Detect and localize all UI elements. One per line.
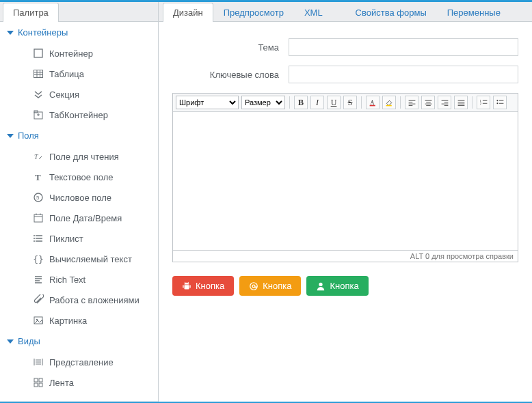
palette-item-label: Контейнер xyxy=(49,48,93,59)
tab-xml[interactable]: XML xyxy=(294,3,333,22)
palette-item-view[interactable]: Представление xyxy=(0,352,158,372)
rte-status-bar: ALT 0 для просмотра справки xyxy=(173,250,518,262)
svg-text:A: A xyxy=(370,99,374,105)
palette-item-label: Таблица xyxy=(49,69,84,79)
design-canvas: Тема Ключевые слова Шрифт Размер B xyxy=(159,22,532,402)
palette-group-containers[interactable]: Контейнеры xyxy=(0,22,158,43)
rte-bold-button[interactable]: B xyxy=(294,96,308,109)
palette-item-label: Текстовое поле xyxy=(49,172,113,182)
rte-italic-button[interactable]: I xyxy=(310,96,324,109)
palette-item-label: Секция xyxy=(49,89,79,100)
braces-icon: {} xyxy=(33,253,44,264)
palette-item-label: Поле для чтения xyxy=(49,152,119,162)
svg-rect-38 xyxy=(34,383,38,387)
sidebar-tab-palette[interactable]: Палитра xyxy=(3,3,59,22)
separator-icon xyxy=(289,96,290,109)
svg-text:T: T xyxy=(34,153,39,161)
svg-rect-39 xyxy=(39,383,42,387)
rte-ordered-list-button[interactable]: 12 xyxy=(477,96,490,109)
palette-item-computed[interactable]: {} Вычисляемый текст xyxy=(0,249,158,269)
svg-rect-71 xyxy=(189,285,190,288)
rte-align-left-button[interactable] xyxy=(405,96,418,109)
caret-down-icon xyxy=(7,134,14,138)
svg-rect-42 xyxy=(386,105,391,106)
action-button-green[interactable]: Кнопка xyxy=(306,276,368,296)
palette-item-label: Картинка xyxy=(49,316,87,326)
palette-scroll[interactable]: Контейнеры Контейнер Таблица Секция ТабК… xyxy=(0,22,158,401)
palette-group-label: Контейнеры xyxy=(18,27,68,38)
feed-icon xyxy=(33,377,44,388)
palette-item-feed[interactable]: Лента xyxy=(0,372,158,393)
palette-item-tabcontainer[interactable]: ТабКонтейнер xyxy=(0,105,158,125)
rte-font-select[interactable]: Шрифт xyxy=(176,96,239,109)
palette-item-richtext[interactable]: Rich Text xyxy=(0,269,158,290)
svg-point-74 xyxy=(319,282,323,286)
separator-icon xyxy=(400,96,401,109)
rte-align-justify-button[interactable] xyxy=(454,96,468,109)
palette-group-fields[interactable]: Поля xyxy=(0,125,158,146)
palette-item-label: Работа с вложениями xyxy=(49,295,139,305)
input-keywords[interactable] xyxy=(289,66,518,83)
input-subject[interactable] xyxy=(289,38,518,56)
button-label: Кнопка xyxy=(330,281,358,291)
rte-content-area[interactable] xyxy=(173,112,518,250)
action-button-orange[interactable]: Кнопка xyxy=(239,276,301,296)
palette-item-label: ТабКонтейнер xyxy=(49,110,108,120)
rte-underline-button[interactable]: U xyxy=(327,96,341,109)
at-icon xyxy=(249,281,258,291)
palette-item-attachments[interactable]: Работа с вложениями xyxy=(0,290,158,310)
rte-align-center-button[interactable] xyxy=(421,96,435,109)
rte-bgcolor-button[interactable] xyxy=(382,96,396,109)
svg-rect-70 xyxy=(183,285,183,288)
button-label: Кнопка xyxy=(263,281,291,291)
android-icon xyxy=(182,281,191,291)
rte-unordered-list-button[interactable] xyxy=(493,96,507,109)
palette-item-table[interactable]: Таблица xyxy=(0,64,158,84)
app-layout: Палитра Контейнеры Контейнер Таблица Сек… xyxy=(0,2,532,402)
rte-size-select[interactable]: Размер xyxy=(241,96,285,109)
svg-line-68 xyxy=(185,281,185,283)
rte-strike-button[interactable]: S xyxy=(343,96,357,109)
image-icon xyxy=(33,315,44,326)
rte-align-right-button[interactable] xyxy=(438,96,451,109)
tab-preview[interactable]: Предпросмотр xyxy=(213,3,294,22)
caret-down-icon xyxy=(7,31,14,35)
svg-line-11 xyxy=(39,156,42,159)
action-button-red[interactable]: Кнопка xyxy=(172,276,234,296)
tab-variables[interactable]: Переменные xyxy=(437,3,511,22)
view-icon xyxy=(33,357,44,367)
svg-text:T: T xyxy=(35,172,41,182)
richtext-icon xyxy=(33,274,44,285)
palette-item-readonly[interactable]: T Поле для чтения xyxy=(0,146,158,167)
palette-item-image[interactable]: Картинка xyxy=(0,310,158,331)
palette-item-numberfield[interactable]: 5 Числовое поле xyxy=(0,187,158,208)
palette-item-section[interactable]: Секция xyxy=(0,84,158,105)
user-icon xyxy=(316,281,325,291)
tab-form-props[interactable]: Свойства формы xyxy=(345,3,437,22)
palette-item-label: Числовое поле xyxy=(49,193,111,203)
separator-icon xyxy=(361,96,362,109)
svg-rect-15 xyxy=(34,214,42,222)
palette-group-views[interactable]: Виды xyxy=(0,331,158,352)
palette-item-label: Пиклист xyxy=(49,234,83,244)
svg-rect-41 xyxy=(369,105,375,106)
chevrons-down-icon xyxy=(33,89,44,100)
row-keywords: Ключевые слова xyxy=(172,66,518,83)
rte-toolbar: Шрифт Размер B I U S A xyxy=(173,94,518,112)
svg-line-69 xyxy=(188,281,189,283)
palette-item-datetime[interactable]: Поле Дата/Время xyxy=(0,208,158,228)
palette-item-picklist[interactable]: Пиклист xyxy=(0,228,158,249)
square-icon xyxy=(33,48,44,59)
palette-item-container[interactable]: Контейнер xyxy=(0,43,158,64)
svg-point-72 xyxy=(250,282,258,290)
svg-rect-0 xyxy=(34,49,42,57)
svg-text:5: 5 xyxy=(36,195,40,201)
svg-rect-37 xyxy=(39,378,42,382)
row-subject: Тема xyxy=(172,38,518,56)
readonly-icon: T xyxy=(33,151,44,162)
palette-item-textfield[interactable]: T Текстовое поле xyxy=(0,167,158,187)
attachment-icon xyxy=(33,294,44,305)
rte-textcolor-button[interactable]: A xyxy=(366,96,380,109)
palette-group-label: Виды xyxy=(18,336,40,346)
tab-design[interactable]: Дизайн xyxy=(163,3,213,22)
